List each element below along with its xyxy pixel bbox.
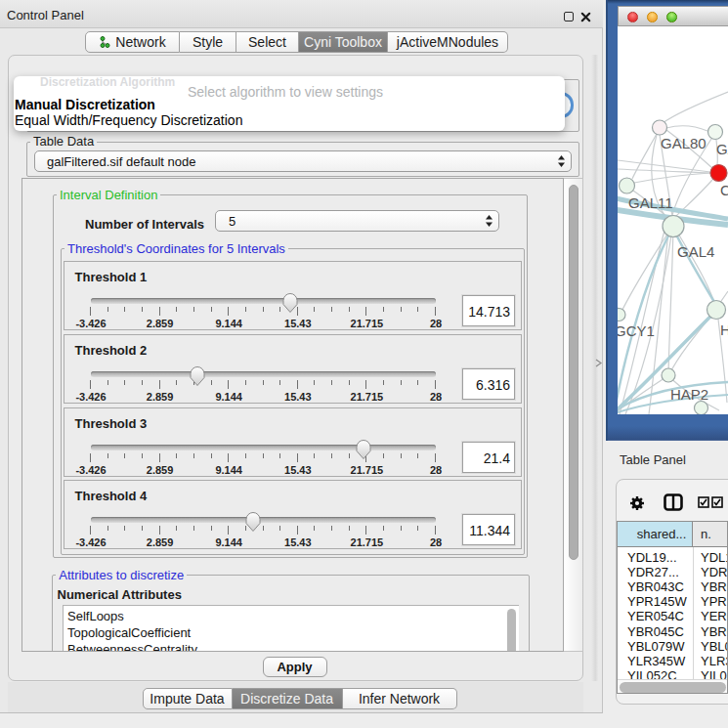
svg-text:C: C bbox=[720, 182, 728, 198]
svg-text:H: H bbox=[720, 321, 728, 338]
svg-text:GAL80: GAL80 bbox=[661, 135, 707, 151]
svg-text:GA: GA bbox=[716, 141, 728, 157]
svg-text:GAL4: GAL4 bbox=[677, 243, 714, 260]
svg-text:HAP2: HAP2 bbox=[670, 386, 708, 403]
svg-text:GCY1: GCY1 bbox=[618, 322, 655, 339]
svg-text:GAL11: GAL11 bbox=[628, 194, 673, 211]
